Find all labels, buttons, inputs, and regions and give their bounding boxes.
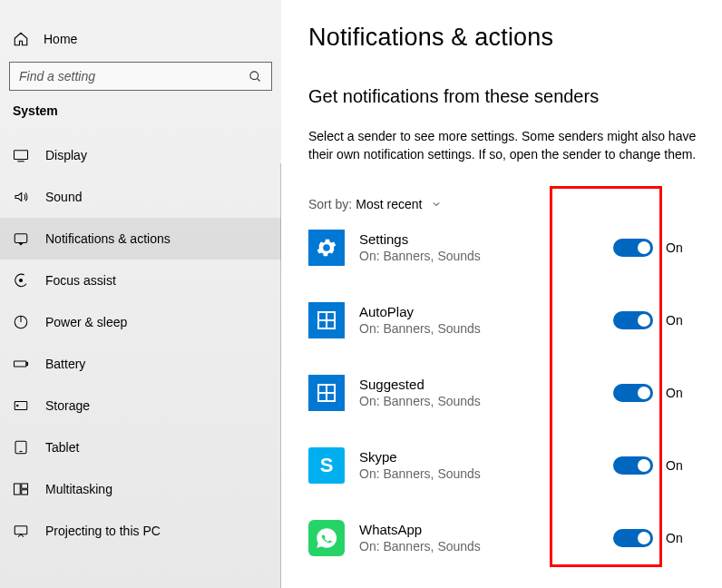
sidebar-item-multitasking[interactable]: Multitasking: [0, 468, 281, 510]
toggle-label: On: [666, 531, 683, 545]
home-button[interactable]: Home: [0, 20, 281, 56]
toggle-switch[interactable]: [613, 384, 653, 402]
sender-name: Suggested: [359, 377, 599, 392]
tablet-icon: [13, 439, 29, 456]
toggle-column: On: [613, 239, 700, 257]
toggle-switch[interactable]: [613, 239, 653, 257]
page-title: Notifications & actions: [308, 24, 700, 52]
sender-row-settings[interactable]: Settings On: Banners, Sounds On: [308, 230, 700, 266]
toggle-column: On: [613, 529, 700, 547]
whatsapp-icon: [308, 520, 345, 556]
svg-point-11: [17, 405, 19, 407]
sidebar-item-label: Tablet: [45, 440, 79, 455]
search-input-wrap[interactable]: [9, 62, 272, 91]
sender-name: WhatsApp: [359, 522, 599, 537]
sender-name: Skype: [359, 449, 599, 465]
sidebar-item-label: Battery: [45, 357, 85, 371]
sidebar-item-notifications-actions[interactable]: Notifications & actions: [0, 218, 281, 260]
toggle-column: On: [613, 384, 700, 402]
sender-row-whatsapp[interactable]: WhatsApp On: Banners, Sounds On: [308, 520, 700, 556]
svg-point-5: [20, 279, 23, 282]
svg-rect-2: [15, 151, 28, 160]
sidebar-item-sound[interactable]: Sound: [0, 176, 281, 218]
search-input[interactable]: [19, 69, 249, 83]
sender-name: AutoPlay: [359, 304, 599, 319]
gear-icon: [308, 230, 345, 266]
sidebar-item-focus-assist[interactable]: Focus assist: [0, 260, 281, 301]
toggle-column: On: [613, 456, 700, 475]
notification-icon: [13, 230, 29, 247]
sidebar-nav-list: DisplaySoundNotifications & actionsFocus…: [0, 134, 281, 552]
sender-row-suggested[interactable]: Suggested On: Banners, Sounds On: [308, 375, 700, 411]
toggle-switch[interactable]: [613, 456, 653, 475]
svg-rect-9: [26, 363, 28, 366]
main-panel: Notifications & actions Get notification…: [281, 0, 722, 588]
storage-icon: [13, 397, 29, 414]
sidebar-item-label: Focus assist: [45, 273, 116, 288]
sidebar-item-label: Storage: [45, 398, 90, 413]
battery-icon: [13, 356, 29, 372]
sound-icon: [13, 189, 29, 205]
sender-list: Settings On: Banners, Sounds On AutoPlay…: [308, 230, 700, 556]
sidebar-item-label: Notifications & actions: [45, 231, 171, 246]
sidebar-item-tablet[interactable]: Tablet: [0, 426, 281, 468]
sender-text: Settings On: Banners, Sounds: [359, 231, 599, 263]
svg-rect-4: [15, 234, 27, 243]
sender-text: Suggested On: Banners, Sounds: [359, 377, 599, 408]
svg-line-1: [257, 78, 259, 81]
svg-rect-8: [15, 361, 27, 367]
svg-point-0: [250, 71, 259, 79]
toggle-label: On: [666, 386, 683, 400]
sender-text: AutoPlay On: Banners, Sounds: [359, 304, 599, 336]
toggle-label: On: [666, 240, 683, 255]
search-container: [9, 62, 272, 91]
sender-subtitle: On: Banners, Sounds: [359, 466, 599, 481]
sidebar-section-label: System: [0, 103, 281, 134]
tiles-icon: [308, 302, 345, 338]
sidebar-item-battery[interactable]: Battery: [0, 343, 281, 385]
section-title: Get notifications from these senders: [308, 86, 700, 107]
svg-rect-15: [22, 484, 28, 488]
sidebar-item-storage[interactable]: Storage: [0, 385, 281, 426]
sort-by-label: Sort by:: [308, 197, 352, 211]
skype-icon: S: [308, 447, 345, 484]
sender-text: WhatsApp On: Banners, Sounds: [359, 522, 599, 554]
svg-rect-14: [15, 484, 21, 495]
sidebar-item-projecting-to-this-pc[interactable]: Projecting to this PC: [0, 510, 281, 552]
sidebar-item-power-sleep[interactable]: Power & sleep: [0, 301, 281, 343]
tiles-icon: [308, 375, 345, 411]
section-description: Select a sender to see more settings. So…: [308, 127, 698, 164]
sender-subtitle: On: Banners, Sounds: [359, 539, 599, 554]
display-icon: [13, 147, 29, 163]
sidebar-item-label: Projecting to this PC: [45, 524, 161, 538]
toggle-switch[interactable]: [613, 311, 653, 329]
settings-sidebar: Home System DisplaySoundNotifications & …: [0, 0, 281, 588]
sidebar-item-label: Display: [45, 148, 87, 162]
home-label: Home: [44, 32, 77, 46]
svg-rect-16: [22, 490, 28, 495]
focus-icon: [13, 272, 29, 289]
sender-text: Skype On: Banners, Sounds: [359, 449, 599, 481]
toggle-column: On: [613, 311, 700, 329]
sort-by-value: Most recent: [356, 197, 422, 211]
sidebar-item-label: Sound: [45, 190, 82, 204]
sender-subtitle: On: Banners, Sounds: [359, 321, 599, 336]
power-icon: [13, 314, 29, 330]
sender-subtitle: On: Banners, Sounds: [359, 394, 599, 408]
sidebar-item-label: Multitasking: [45, 482, 112, 496]
search-icon: [249, 70, 262, 83]
toggle-label: On: [666, 313, 683, 328]
sender-row-autoplay[interactable]: AutoPlay On: Banners, Sounds On: [308, 302, 700, 338]
project-icon: [13, 523, 29, 539]
svg-rect-17: [15, 526, 27, 534]
sort-by-row[interactable]: Sort by: Most recent: [308, 197, 700, 211]
multitask-icon: [13, 481, 29, 497]
sender-name: Settings: [359, 231, 599, 247]
sidebar-item-display[interactable]: Display: [0, 134, 281, 176]
sender-row-skype[interactable]: S Skype On: Banners, Sounds On: [308, 447, 700, 484]
toggle-switch[interactable]: [613, 529, 653, 547]
toggle-label: On: [666, 458, 683, 473]
sender-subtitle: On: Banners, Sounds: [359, 249, 599, 263]
home-icon: [13, 31, 29, 47]
sidebar-item-label: Power & sleep: [45, 315, 127, 329]
